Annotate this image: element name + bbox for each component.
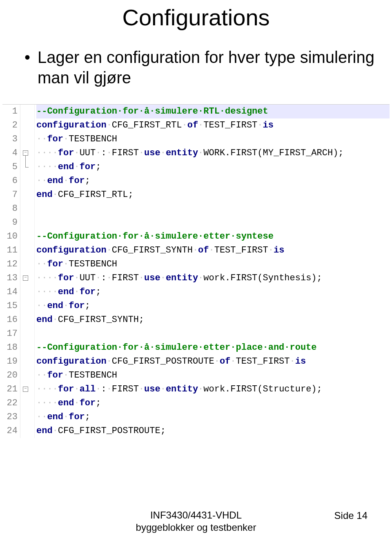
- code-line: ····end·for;: [36, 285, 390, 299]
- line-number: 13: [2, 271, 18, 285]
- fold-guide: [25, 156, 26, 167]
- code-line: ····end·for;: [36, 160, 390, 174]
- code-line: --Configuration·for·å·simulere·etter·pla…: [36, 341, 390, 355]
- fold-column: [20, 105, 34, 438]
- code-line: [36, 327, 390, 341]
- line-number: 10: [2, 230, 18, 244]
- code-line: end·CFG_FIRST_POSTROUTE;: [36, 424, 390, 438]
- slide-title: Configurations: [0, 4, 392, 31]
- line-number: 22: [2, 396, 18, 410]
- line-number: 18: [2, 341, 18, 355]
- code-line: ····for·UUT·:·FIRST·use·entity·WORK.FIRS…: [36, 146, 390, 160]
- code-line: configuration·CFG_FIRST_RTL·of·TEST_FIRS…: [36, 118, 390, 132]
- code-line: ····for·UUT·:·FIRST·use·entity·work.FIRS…: [36, 271, 390, 285]
- code-line: ··end·for;: [36, 410, 390, 424]
- line-number: 3: [2, 132, 18, 146]
- line-number: 14: [2, 285, 18, 299]
- line-number: 1: [2, 105, 18, 118]
- code-line: ··end·for;: [36, 299, 390, 313]
- slide: Configurations • Lager en configuration …: [0, 0, 392, 541]
- code-line: ··for·TESTBENCH: [36, 132, 390, 146]
- fold-toggle-icon[interactable]: [23, 275, 28, 281]
- line-number: 12: [2, 257, 18, 271]
- code-editor: 123456789101112131415161718192021222324 …: [2, 104, 390, 438]
- code-area: --Configuration·for·å·simulere·RTL·desig…: [34, 105, 390, 438]
- line-number: 15: [2, 299, 18, 313]
- code-line: end·CFG_FIRST_SYNTH;: [36, 313, 390, 327]
- line-number: 4: [2, 146, 18, 160]
- line-number: 11: [2, 244, 18, 257]
- bullet-icon: •: [24, 47, 30, 67]
- line-number: 16: [2, 313, 18, 327]
- code-line: ··for·TESTBENCH: [36, 257, 390, 271]
- line-number: 24: [2, 424, 18, 438]
- fold-toggle-icon[interactable]: [23, 387, 28, 392]
- code-line: [36, 216, 390, 230]
- line-number: 8: [2, 202, 18, 216]
- bullet-item: • Lager en configuration for hver type s…: [24, 47, 376, 88]
- fold-toggle-icon[interactable]: [23, 150, 28, 156]
- fold-guide: [25, 167, 29, 168]
- code-line: --Configuration·for·å·simulere·RTL·desig…: [36, 105, 390, 118]
- code-line: end·CFG_FIRST_RTL;: [36, 188, 390, 202]
- code-line: [36, 202, 390, 216]
- code-line: ··for·TESTBENCH: [36, 369, 390, 382]
- footer-center: INF3430/4431-VHDL byggeblokker og testbe…: [136, 509, 256, 534]
- line-number: 21: [2, 382, 18, 396]
- line-number: 2: [2, 118, 18, 132]
- code-line: configuration·CFG_FIRST_SYNTH·of·TEST_FI…: [36, 244, 390, 257]
- line-number: 23: [2, 410, 18, 424]
- line-number: 20: [2, 369, 18, 382]
- footer-line1: INF3430/4431-VHDL: [136, 509, 256, 521]
- code-line: --Configuration·for·å·simulere·etter·syn…: [36, 230, 390, 244]
- code-line: configuration·CFG_FIRST_POSTROUTE·of·TES…: [36, 355, 390, 369]
- line-number: 5: [2, 160, 18, 174]
- code-line: ··end·for;: [36, 174, 390, 188]
- footer: INF3430/4431-VHDL byggeblokker og testbe…: [0, 509, 392, 534]
- page-number: Side 14: [334, 510, 368, 521]
- code-line: ····for·all·:·FIRST·use·entity·work.FIRS…: [36, 382, 390, 396]
- line-number-gutter: 123456789101112131415161718192021222324: [2, 105, 20, 438]
- line-number: 6: [2, 174, 18, 188]
- line-number: 19: [2, 355, 18, 369]
- line-number: 17: [2, 327, 18, 341]
- footer-line2: byggeblokker og testbenker: [136, 521, 256, 534]
- line-number: 7: [2, 188, 18, 202]
- bullet-list: • Lager en configuration for hver type s…: [0, 47, 392, 88]
- line-number: 9: [2, 216, 18, 230]
- bullet-text: Lager en configuration for hver type sim…: [38, 47, 376, 88]
- code-line: ····end·for;: [36, 396, 390, 410]
